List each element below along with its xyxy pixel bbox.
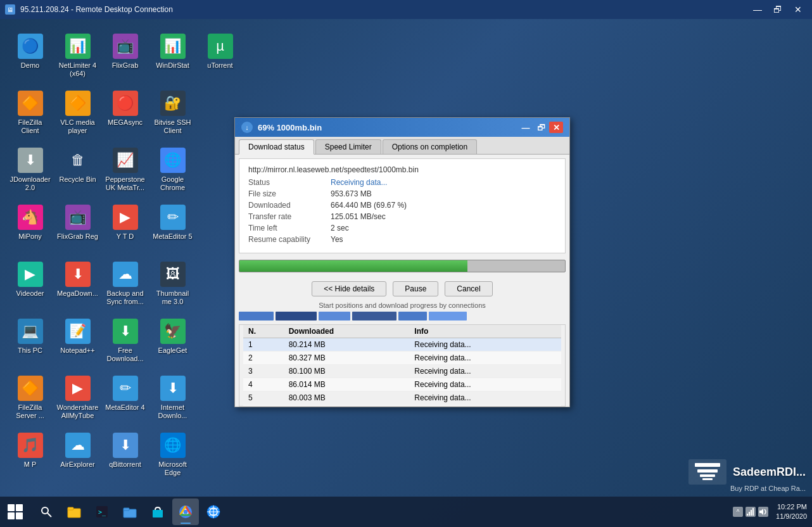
pause-button[interactable]: Pause (393, 281, 438, 296)
timeleft-row: Time left 2 sec (248, 224, 556, 232)
connection-row-6[interactable]: 680.294 MBReceiving data... (243, 405, 561, 407)
desktop-icon-pepperstone[interactable]: 📈Pepperstone UK MetaTr... (101, 143, 149, 200)
dialog-restore[interactable]: 🗗 (534, 122, 548, 133)
cancel-button[interactable]: Cancel (445, 281, 492, 296)
filesize-label: File size (248, 189, 331, 198)
desktop-icon-google-chrome[interactable]: 🌐Google Chrome (149, 143, 196, 200)
conn-bar-1 (239, 312, 274, 321)
desktop-icon-utorrent[interactable]: µuTorrent (196, 29, 244, 86)
icon-label-qbittorrent: qBittorrent (109, 460, 141, 469)
desktop-icon-recycle-bin[interactable]: 🗑Recycle Bin (54, 143, 101, 200)
close-button[interactable]: ✕ (789, 3, 807, 16)
desktop-icon-demo[interactable]: 🔵Demo (6, 29, 54, 86)
desktop-icon-wondershare[interactable]: ▶Wondershare AllMyTube (54, 371, 101, 428)
dialog-close[interactable]: ✕ (549, 122, 563, 133)
icon-image-qbittorrent: ⬇ (113, 433, 138, 458)
icon-label-windirstat: WinDirStat (156, 61, 189, 70)
desktop-icon-bitvise-ssh[interactable]: 🔐Bitvise SSH Client (149, 86, 196, 143)
svg-rect-2 (700, 474, 715, 477)
taskbar-file-explorer[interactable] (61, 498, 87, 525)
icon-label-airexplorer: AirExplorer (60, 460, 94, 469)
desktop-icon-windirstat[interactable]: 📊WinDirStat (149, 29, 196, 86)
taskbar-idag[interactable] (200, 498, 227, 525)
desktop-icon-filezilla-server[interactable]: 🔶FileZilla Server ... (6, 371, 54, 428)
hide-details-button[interactable]: << Hide details (312, 281, 386, 296)
desktop-icon-backup-sync[interactable]: ☁Backup and Sync from... (101, 257, 149, 314)
icon-image-pepperstone: 📈 (113, 148, 138, 173)
downloaded-label: Downloaded (248, 201, 331, 210)
desktop-icon-videoder[interactable]: ▶Videoder (6, 257, 54, 314)
desktop-icon-eagleget[interactable]: 🦅EagleGet (149, 314, 196, 371)
system-tray: ^ 10:22 PM 1 (728, 502, 812, 522)
conn-n-5: 5 (243, 391, 284, 405)
desktop-icon-mp[interactable]: 🎵M P (6, 428, 54, 485)
icon-image-filezilla-client: 🔶 (18, 91, 43, 116)
taskbar-folder[interactable] (117, 498, 143, 525)
desktop-icon-vlc[interactable]: 🔶VLC media player (54, 86, 101, 143)
icon-label-pepperstone: Pepperstone UK MetaTr... (104, 175, 146, 192)
tab-options-completion[interactable]: Options on completion (383, 139, 477, 154)
dialog-title-text: 69% 1000mb.bin (258, 123, 519, 132)
icon-label-mipony: MiPony (18, 232, 42, 241)
icon-image-free-download: ⬇ (113, 319, 138, 344)
taskbar-terminal[interactable]: >_ (89, 498, 115, 525)
icon-label-internet-dl: Internet Downlo... (151, 403, 194, 420)
desktop-icon-jdownloader[interactable]: ⬇JDownloader 2.0 (6, 143, 54, 200)
connection-row-2[interactable]: 280.327 MBReceiving data... (243, 352, 561, 365)
desktop-icon-this-pc[interactable]: 💻This PC (6, 314, 54, 371)
title-icon: 🖥 (5, 4, 15, 15)
desktop: 🖥 95.211.208.24 - Remote Desktop Connect… (0, 0, 812, 527)
conn-info-1: Receiving data... (409, 338, 561, 352)
icon-label-netlimiter: NetLimiter 4 (x64) (56, 61, 99, 78)
desktop-icon-thumbnail-me[interactable]: 🖼Thumbnail me 3.0 (149, 257, 196, 314)
timeleft-value: 2 sec (331, 224, 349, 232)
desktop-icon-flixgrab-reg[interactable]: 📺FlixGrab Reg (54, 200, 101, 257)
system-clock[interactable]: 10:22 PM 11/9/2020 (776, 502, 807, 522)
connections-table: N. Downloaded Info 180.214 MBReceiving d… (243, 325, 561, 407)
icon-image-vlc: 🔶 (65, 91, 91, 116)
desktop-icon-mipony[interactable]: 🐴MiPony (6, 200, 54, 257)
connection-row-3[interactable]: 380.100 MBReceiving data... (243, 365, 561, 378)
desktop-icon-free-download[interactable]: ⬇Free Download... (101, 314, 149, 371)
desktop-icon-megadown[interactable]: ⬇MegaDown... (54, 257, 101, 314)
tray-volume[interactable] (758, 507, 768, 517)
connection-row-1[interactable]: 180.214 MBReceiving data... (243, 338, 561, 352)
dialog-minimize[interactable]: — (519, 122, 533, 133)
icon-label-wondershare: Wondershare AllMyTube (56, 403, 99, 420)
conn-info-5: Receiving data... (409, 391, 561, 405)
desktop-icon-megasync[interactable]: 🔴MEGAsync (101, 86, 149, 143)
icon-label-utorrent: uTorrent (207, 61, 232, 70)
desktop-icon-netlimiter[interactable]: 📊NetLimiter 4 (x64) (54, 29, 101, 86)
desktop-icon-metaeditor4[interactable]: ✏MetaEditor 4 (101, 371, 149, 428)
taskbar-store[interactable] (144, 498, 171, 525)
minimize-button[interactable]: — (749, 3, 766, 16)
connection-row-5[interactable]: 580.003 MBReceiving data... (243, 391, 561, 405)
desktop-icon-airexplorer[interactable]: ☁AirExplorer (54, 428, 101, 485)
desktop-icon-ms-edge[interactable]: 🌐Microsoft Edge (149, 428, 196, 485)
dialog-controls: — 🗗 ✕ (519, 122, 563, 133)
desktop-icon-ytd[interactable]: ▶Y T D (101, 200, 149, 257)
taskbar-search[interactable] (33, 498, 60, 525)
icon-image-demo: 🔵 (18, 34, 43, 59)
tray-network[interactable] (745, 507, 756, 517)
icon-image-ytd: ▶ (113, 205, 138, 230)
tab-download-status[interactable]: Download status (239, 139, 314, 155)
desktop-icon-metaeditor5[interactable]: ✏MetaEditor 5 (149, 200, 196, 257)
desktop-icon-notepadpp[interactable]: 📝Notepad++ (54, 314, 101, 371)
start-button[interactable] (0, 497, 30, 527)
tab-speed-limiter[interactable]: Speed Limiter (315, 139, 381, 154)
conn-info-2: Receiving data... (409, 352, 561, 365)
connection-row-4[interactable]: 486.014 MBReceiving data... (243, 378, 561, 391)
clock-time: 10:22 PM (776, 502, 807, 512)
tray-arrow[interactable]: ^ (733, 507, 743, 517)
connections-table-container[interactable]: N. Downloaded Info 180.214 MBReceiving d… (239, 324, 566, 407)
desktop-icon-qbittorrent[interactable]: ⬇qBittorrent (101, 428, 149, 485)
restore-button[interactable]: 🗗 (769, 3, 787, 16)
conn-info-3: Receiving data... (409, 365, 561, 378)
taskbar-chrome[interactable] (172, 498, 199, 525)
icon-label-recycle-bin: Recycle Bin (59, 175, 96, 184)
desktop-icon-filezilla-client[interactable]: 🔶FileZilla Client (6, 86, 54, 143)
svg-rect-3 (702, 478, 713, 480)
desktop-icon-internet-dl[interactable]: ⬇Internet Downlo... (149, 371, 196, 428)
desktop-icon-flixgrab[interactable]: 📺FlixGrab (101, 29, 149, 86)
